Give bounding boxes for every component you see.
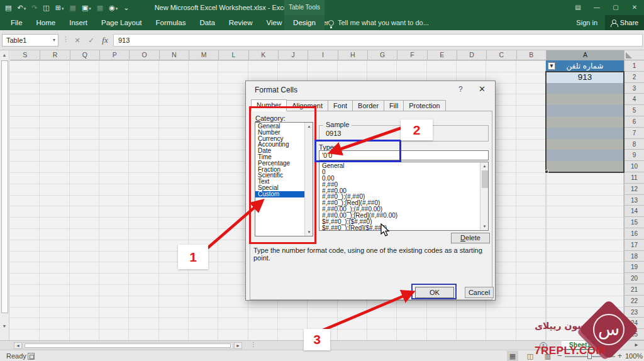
column-header-l[interactable]: L xyxy=(218,50,248,60)
undo-icon[interactable]: ↶▾ xyxy=(17,4,26,12)
scroll-thumb[interactable] xyxy=(482,170,488,188)
row-header-4[interactable]: 4 xyxy=(624,94,644,105)
formula-input[interactable]: 913 xyxy=(113,34,643,47)
ribbon-tab-file[interactable]: File xyxy=(4,15,30,30)
scroll-down-icon[interactable]: ▼ xyxy=(480,223,489,230)
ribbon-tab-home[interactable]: Home xyxy=(30,15,63,30)
row-header-5[interactable]: 5 xyxy=(624,105,644,116)
column-header-r[interactable]: R xyxy=(40,50,69,60)
column-header-a[interactable]: A xyxy=(546,50,624,60)
scroll-up-icon[interactable]: ▲ xyxy=(0,51,9,60)
delete-button[interactable]: Delete xyxy=(451,233,490,243)
sign-in-button[interactable]: Sign in xyxy=(576,15,597,30)
column-header-s[interactable]: S xyxy=(10,50,40,60)
scroll-right-icon[interactable]: ► xyxy=(234,342,242,349)
format-code-listbox[interactable]: General00.00#,##0#,##0.00#,##0_);(#,##0)… xyxy=(319,162,489,231)
format-code-item[interactable]: 0.00 xyxy=(319,175,480,182)
column-header-f[interactable]: F xyxy=(397,50,426,60)
insert-function-icon[interactable]: fx xyxy=(99,34,111,47)
row-header-10[interactable]: 10 xyxy=(624,161,644,172)
row-header-11[interactable]: 11 xyxy=(624,172,644,184)
ribbon-tab-formulas[interactable]: Formulas xyxy=(149,15,193,30)
column-header-j[interactable]: J xyxy=(278,50,308,60)
row-header-14[interactable]: 14 xyxy=(624,206,644,217)
format-code-scrollbar[interactable]: ▲ ▼ xyxy=(480,162,488,230)
column-header-b[interactable]: B xyxy=(516,50,546,60)
row-header-1[interactable]: 1 xyxy=(624,60,644,72)
share-button[interactable]: Share xyxy=(605,15,644,30)
filter-dropdown-icon[interactable]: ▼ xyxy=(548,62,555,70)
dialog-tab-protection[interactable]: Protection xyxy=(404,100,446,111)
format-code-item[interactable]: 0 xyxy=(319,169,480,175)
row-header-2[interactable]: 2 xyxy=(624,72,644,83)
column-header-g[interactable]: G xyxy=(367,50,397,60)
row-header-18[interactable]: 18 xyxy=(624,251,644,262)
column-header-i[interactable]: I xyxy=(308,50,337,60)
save-icon[interactable]: ▤ xyxy=(5,4,11,12)
scroll-left-icon[interactable]: ◄ xyxy=(14,342,22,349)
row-header-19[interactable]: 19 xyxy=(624,262,644,273)
horizontal-scroll-thumb[interactable] xyxy=(25,343,231,348)
vertical-scrollbar[interactable]: ▲ ▼ xyxy=(0,50,9,340)
row-header-8[interactable]: 8 xyxy=(624,139,644,150)
format-code-item[interactable]: General xyxy=(319,163,480,169)
dialog-help-icon[interactable]: ? xyxy=(458,85,463,94)
row-header-13[interactable]: 13 xyxy=(624,195,644,206)
column-header-d[interactable]: D xyxy=(457,50,486,60)
name-box-dropdown-icon[interactable]: ▾ xyxy=(53,35,55,46)
column-header-e[interactable]: E xyxy=(427,50,457,60)
row-header-17[interactable]: 17 xyxy=(624,240,644,251)
row-header-20[interactable]: 20 xyxy=(624,273,644,284)
confirm-entry-icon[interactable]: ✓ xyxy=(85,34,97,47)
column-header-p[interactable]: P xyxy=(99,50,129,60)
horizontal-scrollbar[interactable] xyxy=(23,342,233,349)
ribbon-tab-design[interactable]: Design xyxy=(284,15,325,30)
row-header-7[interactable]: 7 xyxy=(624,128,644,139)
minimize-icon[interactable]: — xyxy=(587,0,606,15)
row-header-9[interactable]: 9 xyxy=(624,150,644,161)
dialog-tab-font[interactable]: Font xyxy=(328,100,353,111)
tell-me-box[interactable]: Tell me what you want to do... xyxy=(328,15,429,30)
disabled-tool-2-icon[interactable]: ▦ xyxy=(97,4,103,12)
normal-view-icon[interactable]: ▦ xyxy=(507,351,518,361)
row-header-15[interactable]: 15 xyxy=(624,217,644,228)
scroll-up-icon[interactable]: ▲ xyxy=(480,162,489,170)
scroll-down-icon[interactable]: ▼ xyxy=(0,322,9,331)
macro-record-icon[interactable] xyxy=(28,353,35,360)
column-header-n[interactable]: N xyxy=(159,50,189,60)
column-header-k[interactable]: K xyxy=(248,50,278,60)
cancel-button[interactable]: Cancel xyxy=(465,287,494,298)
ribbon-tab-data[interactable]: Data xyxy=(193,15,222,30)
insert-picture-icon[interactable]: ▣▾ xyxy=(82,4,91,12)
print-preview-icon[interactable]: ◫ xyxy=(43,4,49,12)
cancel-entry-icon[interactable]: ✕ xyxy=(71,34,84,47)
ribbon-display-options-icon[interactable]: ▤ xyxy=(569,0,587,15)
column-header-o[interactable]: O xyxy=(129,50,158,60)
row-header-6[interactable]: 6 xyxy=(624,116,644,128)
row-header-12[interactable]: 12 xyxy=(624,184,644,195)
ribbon-tab-page-layout[interactable]: Page Layout xyxy=(94,15,149,30)
column-header-q[interactable]: Q xyxy=(70,50,99,60)
vertical-scroll-thumb[interactable] xyxy=(1,60,8,313)
fill-handle[interactable] xyxy=(545,170,548,174)
disabled-tool-1-icon[interactable]: ▦ xyxy=(70,4,76,12)
row-header-21[interactable]: 21 xyxy=(624,284,644,296)
ribbon-tab-review[interactable]: Review xyxy=(222,15,260,30)
restore-icon[interactable]: ▢ xyxy=(606,0,625,15)
ribbon-tab-insert[interactable]: Insert xyxy=(62,15,94,30)
column-header-m[interactable]: M xyxy=(189,50,218,60)
column-header-c[interactable]: C xyxy=(486,50,516,60)
dialog-close-icon[interactable]: ✕ xyxy=(479,84,486,94)
switch-windows-icon[interactable]: ⊞▾ xyxy=(55,4,64,12)
dialog-tab-border[interactable]: Border xyxy=(353,100,384,111)
name-box[interactable]: Table1 ▾ xyxy=(2,34,58,47)
close-icon[interactable]: ✕ xyxy=(625,0,644,15)
format-code-item[interactable]: $#,##0_);[Red]($#,##0) xyxy=(319,225,480,231)
table-header-cell[interactable]: شماره تلفن ▼ xyxy=(546,60,624,72)
row-header-3[interactable]: 3 xyxy=(624,83,644,94)
column-header-h[interactable]: H xyxy=(338,50,367,60)
dialog-tab-fill[interactable]: Fill xyxy=(384,100,404,111)
redo-icon[interactable]: ↷ xyxy=(31,4,37,12)
select-all-corner[interactable] xyxy=(624,50,644,60)
splitter-handle[interactable]: ⋮ xyxy=(250,341,257,348)
